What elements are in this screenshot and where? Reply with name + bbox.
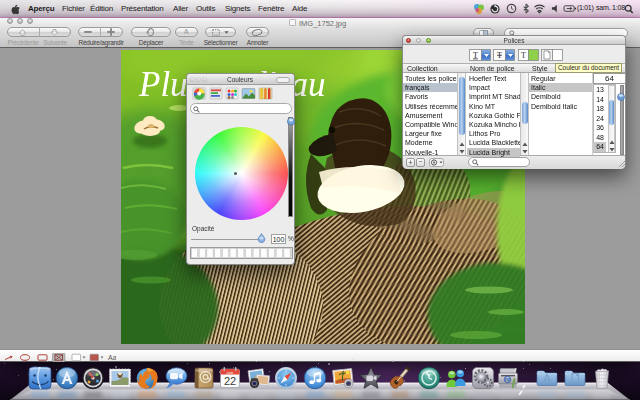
svg-text:22: 22 (224, 375, 236, 387)
svg-text:T: T (473, 51, 478, 60)
svg-text:juin: juin (226, 370, 234, 375)
svg-text:T: T (497, 51, 502, 60)
svg-text:T: T (521, 51, 526, 60)
svg-text:hp: hp (505, 377, 511, 382)
